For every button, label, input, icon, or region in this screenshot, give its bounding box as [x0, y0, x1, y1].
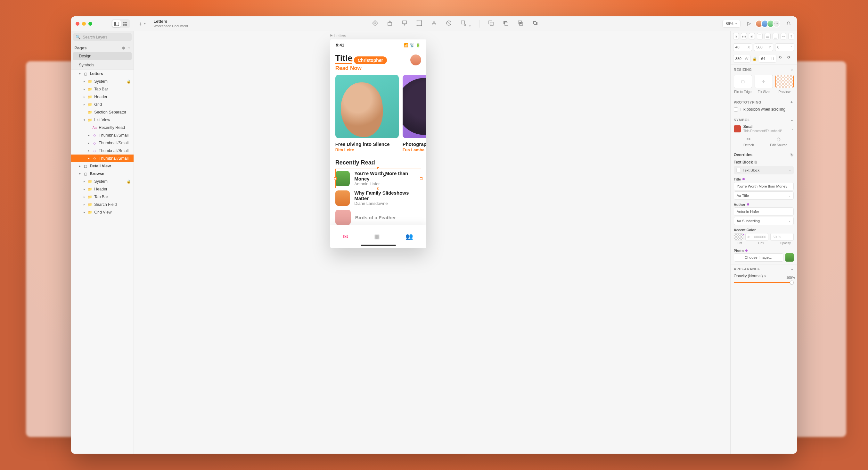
- item-title: You're Worth More than Money: [354, 171, 421, 181]
- sidebar-view-segmented[interactable]: [112, 19, 130, 28]
- difference-icon[interactable]: [532, 20, 538, 26]
- layer-header[interactable]: ▸📁Header: [71, 93, 133, 101]
- create-symbol-icon[interactable]: [386, 20, 393, 26]
- detach-button[interactable]: ✂Detach: [734, 136, 764, 147]
- edit-tool-icon[interactable]: [416, 20, 423, 26]
- resize-preview: [775, 75, 794, 88]
- layer-section-sep[interactable]: 📁Section Separator: [71, 108, 133, 116]
- svg-rect-3: [125, 22, 127, 23]
- pin-to-edge-control[interactable]: ▢: [734, 75, 752, 88]
- battery-icon: 🔋: [416, 43, 421, 48]
- layer-listview[interactable]: ▾📁List View: [71, 116, 133, 124]
- width-input[interactable]: 350W: [733, 55, 751, 62]
- svg-point-10: [416, 20, 417, 21]
- color-swatch[interactable]: [734, 233, 743, 240]
- fix-size-control[interactable]: ✛: [755, 75, 773, 88]
- zoom-window-button[interactable]: [88, 22, 92, 26]
- notifications-icon[interactable]: [785, 21, 792, 27]
- layer-thumbnail[interactable]: ▸◇Thumbnail/Small: [71, 131, 133, 139]
- x-input[interactable]: 40X: [733, 43, 752, 51]
- lock-aspect-icon[interactable]: 🔒: [752, 57, 757, 61]
- hex-input[interactable]: #000000: [745, 233, 769, 241]
- avatar-more[interactable]: ⋯: [773, 20, 780, 28]
- rotate-tool-icon[interactable]: [445, 20, 452, 26]
- insert-menu[interactable]: ＋▾: [136, 20, 148, 28]
- override-dot-icon: [742, 178, 745, 180]
- align-center-h-icon[interactable]: ■|■: [741, 33, 747, 39]
- page-design[interactable]: Design: [73, 52, 132, 60]
- reset-overrides-icon[interactable]: ↻: [790, 153, 794, 157]
- layer-tabbar[interactable]: ▸📁Tab Bar: [71, 193, 133, 201]
- align-top-icon[interactable]: ▔: [757, 33, 763, 39]
- opacity-slider[interactable]: 100%: [734, 280, 794, 285]
- page-symbols[interactable]: Symbols: [73, 61, 132, 69]
- edit-source-button[interactable]: ◇Edit Source: [764, 136, 794, 147]
- photo-label: Photo: [731, 247, 797, 253]
- add-page-icon[interactable]: ⊕: [122, 46, 125, 50]
- artboard-title-label[interactable]: ⚑Letters: [330, 34, 346, 38]
- zoom-select[interactable]: 89%▾: [722, 20, 741, 28]
- layer-list: ▾▢Letters ▸📁System🔒 ▸📁Tab Bar ▸📁Header ▸…: [71, 69, 133, 453]
- choose-image-button[interactable]: Choose Image…: [734, 253, 783, 262]
- layer-grid[interactable]: ▸📁Grid: [71, 101, 133, 108]
- titlebar: ＋▾ Letters Workspace Document ▾ 89%▾: [71, 16, 797, 31]
- inspector-panel: |■ ■|■ ■| ▔ ▬ ▁ ⇔ ⇕ 40X 580Y 0° 350W 🔒 6…: [730, 31, 797, 453]
- design-canvas[interactable]: ⚑Letters 9:41 📶📡🔋 Title ➤ Christopher Re…: [134, 31, 730, 453]
- intersect-icon[interactable]: [517, 20, 524, 26]
- flip-v-icon[interactable]: ⟳: [787, 55, 794, 62]
- photo-thumbnail[interactable]: [785, 253, 794, 262]
- chevron-down-icon[interactable]: ⌄: [790, 67, 794, 71]
- align-center-v-icon[interactable]: ▬: [765, 33, 771, 39]
- distribute-v-icon[interactable]: ⇕: [788, 33, 794, 39]
- layer-gridview[interactable]: ▸📁Grid View: [71, 208, 133, 216]
- override-title-input[interactable]: You're Worth More than Money: [734, 182, 794, 190]
- layer-thumbnail[interactable]: ▸◇Thumbnail/Small: [71, 147, 133, 154]
- pages-disclosure-icon[interactable]: ⌄: [128, 46, 130, 50]
- symbol-source-select[interactable]: SmallThis Document/Thumbnail/ ⌄: [731, 123, 797, 134]
- minimize-window-button[interactable]: [82, 22, 86, 26]
- collaborator-avatars[interactable]: ⋯: [757, 20, 780, 28]
- list-item-selected[interactable]: You're Worth More than Money Antonin Haf…: [335, 169, 421, 188]
- scale-tool-icon[interactable]: [460, 20, 467, 26]
- add-prototype-icon[interactable]: ＋: [790, 100, 794, 105]
- layer-header[interactable]: ▸📁Header: [71, 185, 133, 193]
- artboard-letters[interactable]: ▾▢Letters: [71, 70, 133, 78]
- close-window-button[interactable]: [75, 22, 80, 26]
- artboard-browse[interactable]: ▾▢Browse: [71, 170, 133, 178]
- layer-tabbar[interactable]: ▸📁Tab Bar: [71, 85, 133, 93]
- layer-recently-read[interactable]: AaRecently Read: [71, 124, 133, 131]
- layer-system[interactable]: ▸📁System🔒: [71, 78, 133, 85]
- shape-tool-icon[interactable]: [372, 20, 378, 26]
- union-icon[interactable]: [488, 20, 494, 26]
- opacity-input[interactable]: 50 %: [770, 233, 794, 241]
- override-textblock-symbol[interactable]: Text Block⌄: [734, 166, 794, 174]
- override-title-style[interactable]: Aa Title⌄: [734, 192, 794, 200]
- align-bottom-icon[interactable]: ▁: [773, 33, 779, 39]
- layer-thumbnail[interactable]: ▸◇Thumbnail/Small: [71, 139, 133, 147]
- search-layers-input[interactable]: 🔍 Search Layers: [73, 33, 132, 41]
- artboard-detail[interactable]: ▸▢Detail View: [71, 162, 133, 170]
- fix-position-checkbox[interactable]: Fix position when scrolling: [731, 106, 797, 115]
- override-author-input[interactable]: Antonin Hafer: [734, 207, 794, 216]
- subtract-icon[interactable]: [502, 20, 509, 26]
- detach-symbol-icon[interactable]: [401, 20, 408, 26]
- play-preview-icon[interactable]: [746, 21, 752, 27]
- align-right-icon[interactable]: ■|: [749, 33, 755, 39]
- flag-icon: ⚑: [330, 34, 333, 38]
- rotation-input[interactable]: 0°: [775, 43, 794, 51]
- components-panel-icon[interactable]: [121, 20, 129, 27]
- chevron-down-icon[interactable]: ⌄: [790, 118, 794, 122]
- layer-thumbnail-selected[interactable]: ▸◇Thumbnail/Small: [71, 154, 133, 162]
- transform-tool-icon[interactable]: [431, 20, 437, 26]
- height-input[interactable]: 64H: [759, 55, 776, 62]
- distribute-h-icon[interactable]: ⇔: [780, 33, 787, 39]
- layer-searchfield[interactable]: ▸📁Search Field: [71, 201, 133, 208]
- override-author-style[interactable]: Aa Subheding⌄: [734, 217, 794, 225]
- pages-label: Pages: [74, 46, 87, 50]
- layers-panel-icon[interactable]: [113, 20, 121, 27]
- y-input[interactable]: 580Y: [754, 43, 773, 51]
- flip-h-icon[interactable]: ⟲: [778, 55, 785, 62]
- layer-system[interactable]: ▸📁System🔒: [71, 178, 133, 185]
- chevron-down-icon[interactable]: ⌄: [790, 267, 794, 271]
- align-left-icon[interactable]: |■: [733, 33, 739, 39]
